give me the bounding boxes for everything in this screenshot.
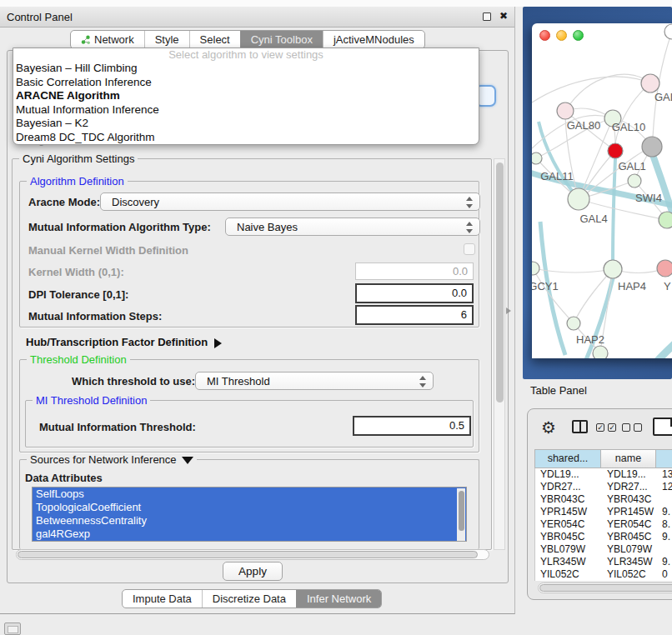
node-red[interactable] — [608, 143, 623, 158]
table-cell[interactable]: YIL052C — [602, 568, 657, 581]
sources-toggle[interactable]: Sources for Network Inference — [27, 453, 197, 466]
deselect-all-checkbox-icon[interactable] — [634, 423, 642, 432]
table-cell[interactable]: YBL079W — [535, 543, 602, 556]
node-gal-pink[interactable] — [641, 74, 659, 92]
tab-network[interactable]: Network — [71, 31, 144, 48]
close-panel-icon[interactable]: ✖ — [499, 10, 508, 22]
tab-cyni-toolbox[interactable]: Cyni Toolbox — [240, 31, 323, 48]
table-cell[interactable]: YDR27... — [602, 481, 657, 493]
table-row[interactable]: YBR043CYBR043C — [535, 493, 672, 506]
select-all-checkbox-icon[interactable]: ✓ — [596, 423, 604, 432]
table-cell[interactable]: YIL052C — [535, 568, 602, 581]
node-swi4[interactable] — [659, 212, 672, 228]
node-gal4[interactable] — [568, 188, 589, 210]
node-top-partial[interactable] — [664, 24, 672, 39]
table-row[interactable]: YDR27...YDR27...12 — [535, 481, 672, 493]
manual-kernel-checkbox[interactable] — [464, 243, 475, 255]
table-row[interactable]: YDL19...YDL19...13 — [535, 468, 672, 481]
gear-icon[interactable]: ⚙ — [541, 417, 556, 438]
table-cell[interactable]: YBR043C — [535, 493, 602, 506]
algorithm-option-bayesian-k2[interactable]: Bayesian – K2 — [13, 117, 479, 131]
settings-vertical-scrollbar[interactable] — [494, 158, 505, 550]
hub-definition-toggle[interactable]: Hub/Transcription Factor Definition — [26, 336, 222, 348]
mi-type-combo[interactable]: Naive Bayes — [225, 218, 480, 236]
table-cell[interactable]: 9. — [657, 506, 672, 518]
table-cell[interactable] — [657, 543, 672, 556]
table-row[interactable]: YBL079WYBL079W — [535, 543, 672, 556]
tab-style[interactable]: Style — [144, 31, 189, 48]
split-pane-collapse-icon[interactable] — [506, 308, 511, 314]
table-row[interactable]: YLR345WYLR345W9. — [535, 556, 672, 568]
node-gcy1[interactable] — [532, 262, 539, 275]
table-row[interactable]: YBR045CYBR045C9. — [535, 531, 672, 543]
aracne-mode-combo[interactable]: Discovery — [100, 192, 480, 211]
node-gray[interactable] — [642, 137, 662, 157]
table-cell[interactable]: 8. — [657, 518, 672, 531]
mi-threshold-field[interactable]: 0.5 — [353, 416, 471, 436]
attribute-item-topologicalcoefficient[interactable]: TopologicalCoefficient — [33, 501, 466, 514]
table-row[interactable]: YPR145WYPR145W9. — [535, 506, 672, 518]
table-row[interactable]: YER054CYER054C8. — [535, 518, 672, 531]
table-cell[interactable]: 12 — [657, 481, 672, 493]
algorithm-option-basic-correlation-inference[interactable]: Basic Correlation Inference — [13, 76, 479, 90]
network-edge[interactable] — [615, 83, 650, 143]
deselect-all-checkbox-icon[interactable] — [622, 423, 630, 432]
algorithm-option-mutual-information-inference[interactable]: Mutual Information Inference — [13, 103, 479, 118]
apply-button[interactable]: Apply — [223, 562, 283, 581]
table-cell[interactable]: YER054C — [535, 518, 602, 531]
algorithm-option-aracne-algorithm[interactable]: ARACNE Algorithm — [13, 89, 479, 103]
kernel-width-field[interactable]: 0.0 — [355, 262, 474, 280]
table-horizontal-scrollbar[interactable] — [538, 582, 672, 593]
network-edge[interactable] — [654, 317, 672, 358]
tab-discretize-data[interactable]: Discretize Data — [202, 590, 296, 608]
tab-select[interactable]: Select — [189, 31, 240, 48]
table-cell[interactable]: YBL079W — [602, 543, 657, 556]
table-cell[interactable]: YER054C — [602, 518, 657, 531]
table-cell[interactable]: 9. — [657, 556, 672, 568]
which-threshold-combo[interactable]: MI Threshold — [195, 372, 434, 390]
dpi-tolerance-field[interactable]: 0.0 — [355, 283, 474, 303]
column-header-shared[interactable]: shared... — [534, 449, 601, 468]
attribute-item-selfloops[interactable]: SelfLoops — [33, 488, 466, 501]
select-all-checkbox-icon[interactable]: ✓ — [608, 423, 616, 432]
table-cell[interactable] — [657, 493, 672, 506]
network-graph[interactable]: GALGAL80GAL10GAL1GAL11GAL4SWI4GCY1HAP4YH… — [532, 23, 672, 358]
node-hap4[interactable] — [604, 260, 622, 278]
algorithm-option-bayesian-hill-climbing[interactable]: Bayesian – Hill Climbing — [13, 62, 479, 76]
table-cell[interactable]: YDR27... — [535, 481, 602, 493]
table-cell[interactable]: YLR345W — [535, 556, 602, 568]
tab-infer-network[interactable]: Infer Network — [296, 590, 381, 608]
table-cell[interactable]: 9. — [657, 531, 672, 543]
attribute-item-betweennesscentrality[interactable]: BetweennessCentrality — [33, 514, 466, 528]
mi-steps-field[interactable]: 6 — [355, 305, 474, 325]
network-edge[interactable] — [565, 74, 650, 111]
table-cell[interactable]: 13 — [657, 468, 672, 481]
node-gal80[interactable] — [557, 102, 574, 119]
table-row[interactable]: YIL052CYIL052C0 — [535, 568, 672, 581]
docked-panel-icon[interactable] — [4, 622, 21, 635]
tab-impute-data[interactable]: Impute Data — [123, 590, 202, 608]
network-edge[interactable] — [539, 122, 579, 199]
column-header-a[interactable]: A — [656, 449, 672, 468]
new-table-icon[interactable] — [653, 418, 672, 436]
table-cell[interactable]: YBR045C — [602, 531, 657, 543]
node-gal11[interactable] — [532, 152, 542, 164]
table-cell[interactable]: YBR043C — [602, 493, 657, 506]
float-panel-icon[interactable] — [483, 12, 491, 21]
algorithm-dropdown-list[interactable]: Select algorithm to view settings Bayesi… — [13, 48, 479, 145]
split-columns-icon[interactable] — [572, 420, 588, 433]
table-cell[interactable]: YDL19... — [535, 468, 602, 481]
data-attributes-list[interactable]: SelfLoopsTopologicalCoefficientBetweenne… — [32, 487, 467, 542]
attribute-item-gal4rgexp[interactable]: gal4RGexp — [33, 528, 466, 541]
node-bottom-partial[interactable] — [593, 346, 608, 358]
table-cell[interactable]: 0 — [657, 568, 672, 581]
node-gal1[interactable] — [628, 174, 641, 188]
algorithm-option-dream8-dc-tdc-algorithm[interactable]: Dream8 DC_TDC Algorithm — [13, 131, 479, 145]
attributes-scrollbar[interactable] — [457, 488, 465, 542]
tab-jactivemnodules[interactable]: jActiveMNodules — [323, 31, 424, 48]
column-header-name[interactable]: name — [601, 449, 656, 468]
network-edge[interactable] — [532, 77, 650, 102]
settings-horizontal-scrollbar[interactable] — [16, 549, 489, 560]
table-cell[interactable]: YBR045C — [535, 531, 602, 543]
table-cell[interactable]: YLR345W — [602, 556, 657, 568]
